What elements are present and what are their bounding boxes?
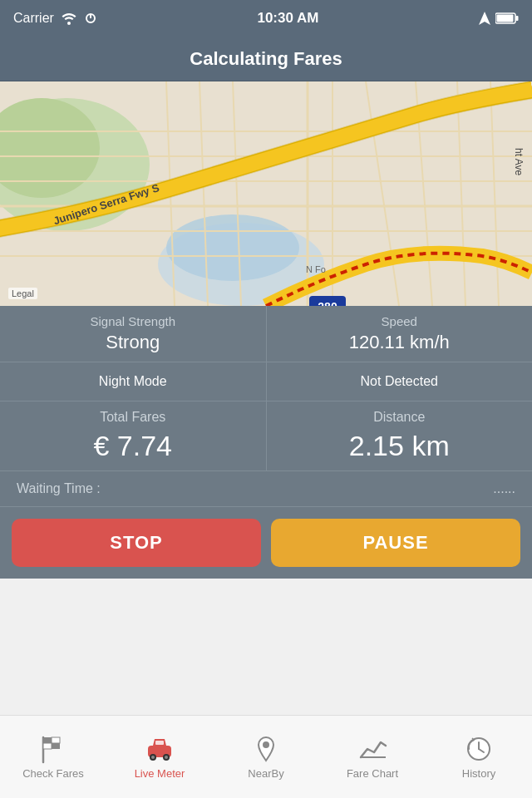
- status-left: Carrier: [13, 11, 97, 26]
- distance-value: 2.15 km: [280, 430, 520, 462]
- total-fares-label: Total Fares: [13, 410, 253, 425]
- tab-live-meter-label: Live Meter: [135, 767, 185, 780]
- distance-cell: Distance 2.15 km: [267, 401, 533, 470]
- speed-label: Speed: [280, 314, 520, 328]
- map-container[interactable]: 280 Junipero Serra Fwy S ht Ave N Fo Leg…: [0, 81, 532, 306]
- wifi-icon: [61, 12, 77, 25]
- speed-value: 120.11 km/h: [280, 332, 520, 353]
- taxi-icon: [145, 734, 175, 764]
- tab-bar: Check Fares Live Meter NearBy: [0, 715, 532, 798]
- page-title: Calculating Fares: [190, 48, 342, 70]
- svg-rect-35: [52, 737, 60, 743]
- tab-check-fares-label: Check Fares: [22, 767, 84, 780]
- tab-fare-chart-label: Fare Chart: [347, 767, 398, 780]
- night-mode-value-cell: Not Detected: [267, 362, 533, 401]
- signal-strength-label: Signal Strength: [13, 314, 253, 328]
- location-icon: [479, 12, 490, 25]
- battery-icon: [495, 12, 519, 24]
- signal-strength-cell: Signal Strength Strong: [0, 306, 267, 362]
- svg-text:280: 280: [318, 300, 337, 306]
- checkered-flag-icon: [38, 734, 68, 764]
- info-section: Signal Strength Strong Speed 120.11 km/h…: [0, 306, 532, 579]
- map-svg: 280 Junipero Serra Fwy S ht Ave N Fo: [0, 81, 532, 306]
- signal-speed-row: Signal Strength Strong Speed 120.11 km/h: [0, 306, 532, 362]
- buttons-row: STOP PAUSE: [0, 507, 532, 579]
- status-time: 10:30 AM: [257, 10, 318, 27]
- waiting-time-row: Waiting Time : ......: [0, 471, 532, 507]
- carrier-text: Carrier: [13, 11, 54, 26]
- night-mode-row: Night Mode Not Detected: [0, 362, 532, 401]
- tab-nearby[interactable]: NearBy: [213, 716, 319, 798]
- svg-rect-4: [516, 16, 519, 21]
- tab-live-meter[interactable]: Live Meter: [106, 716, 213, 798]
- waiting-time-value: ......: [493, 481, 515, 496]
- svg-text:N Fo: N Fo: [306, 264, 326, 274]
- chart-icon: [357, 734, 387, 764]
- stop-button[interactable]: STOP: [12, 519, 261, 567]
- svg-point-9: [166, 214, 299, 281]
- distance-label: Distance: [280, 410, 520, 425]
- tab-fare-chart[interactable]: Fare Chart: [319, 716, 426, 798]
- nav-bar: Calculating Fares: [0, 37, 532, 81]
- total-fares-value: € 7.74: [13, 430, 253, 462]
- map-legal-text: Legal: [8, 288, 37, 299]
- svg-rect-39: [155, 741, 164, 745]
- total-fares-cell: Total Fares € 7.74: [0, 401, 267, 470]
- status-bar: Carrier 10:30 AM: [0, 0, 532, 37]
- pause-button[interactable]: PAUSE: [271, 519, 520, 567]
- tab-check-fares[interactable]: Check Fares: [0, 716, 106, 798]
- signal-strength-value: Strong: [13, 332, 253, 353]
- svg-rect-37: [52, 743, 60, 749]
- fares-distance-row: Total Fares € 7.74 Distance 2.15 km: [0, 401, 532, 471]
- svg-rect-3: [497, 15, 514, 22]
- tab-history-label: History: [462, 767, 495, 780]
- waiting-time-label: Waiting Time :: [17, 481, 101, 496]
- svg-text:ht Ave: ht Ave: [513, 148, 525, 175]
- svg-point-42: [151, 756, 155, 759]
- svg-point-43: [165, 756, 168, 759]
- svg-rect-34: [43, 737, 52, 743]
- tab-nearby-label: NearBy: [248, 767, 283, 780]
- location-pin-icon: [251, 734, 281, 764]
- svg-rect-36: [43, 743, 52, 749]
- activity-icon: [84, 12, 97, 25]
- night-mode-label-cell: Night Mode: [0, 362, 267, 401]
- tab-history[interactable]: History: [426, 716, 532, 798]
- speed-cell: Speed 120.11 km/h: [267, 306, 533, 362]
- history-icon: [464, 734, 494, 764]
- status-right: [479, 12, 519, 25]
- svg-point-44: [263, 741, 269, 748]
